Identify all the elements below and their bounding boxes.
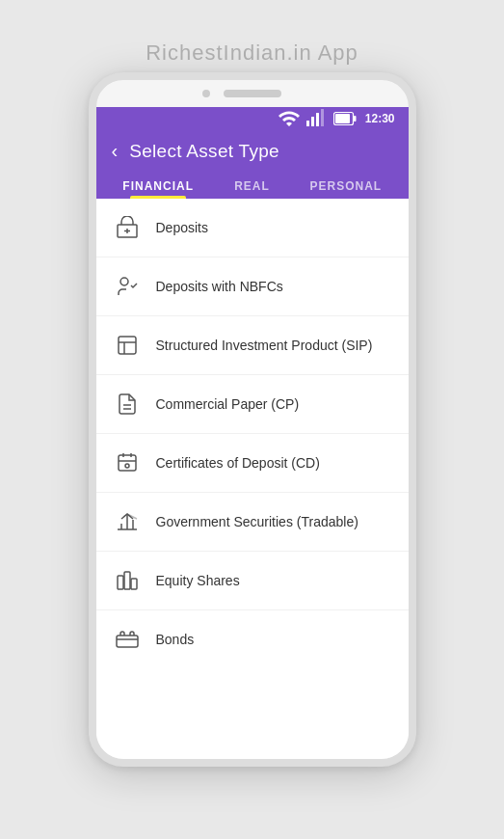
app-header: ‹ Select Asset Type FINANCIAL REAL PERSO… xyxy=(96,130,409,199)
sip-icon xyxy=(114,332,141,359)
list-item[interactable]: Equity Shares xyxy=(96,552,409,610)
signal-icon xyxy=(305,107,329,130)
status-bar: 12:30 xyxy=(96,107,409,130)
svg-rect-25 xyxy=(131,579,137,589)
deposits-icon xyxy=(114,214,141,241)
asset-type-tabs: FINANCIAL REAL PERSONAL xyxy=(112,172,393,199)
header-title-row: ‹ Select Asset Type xyxy=(112,140,393,172)
svg-rect-26 xyxy=(117,636,138,647)
page-title: Select Asset Type xyxy=(129,141,279,162)
tab-real[interactable]: REAL xyxy=(205,172,299,199)
svg-rect-23 xyxy=(118,576,123,589)
item-label-deposits: Deposits xyxy=(156,220,208,235)
tab-financial[interactable]: FINANCIAL xyxy=(112,172,205,199)
wifi-icon xyxy=(278,107,301,130)
list-item[interactable]: Structured Investment Product (SIP) xyxy=(96,316,409,375)
bonds-icon xyxy=(114,626,141,653)
svg-rect-1 xyxy=(311,117,314,126)
equity-icon xyxy=(114,567,141,594)
cp-icon xyxy=(114,391,141,418)
phone-screen: 12:30 ‹ Select Asset Type FINANCIAL REAL… xyxy=(96,107,409,759)
svg-rect-5 xyxy=(354,116,357,122)
item-label-nbfc: Deposits with NBFCs xyxy=(156,279,283,294)
status-time: 12:30 xyxy=(365,112,395,125)
deposits-nbfc-icon xyxy=(114,273,141,300)
svg-rect-3 xyxy=(321,109,324,126)
battery-icon xyxy=(333,107,357,130)
item-label-cp: Commercial Paper (CP) xyxy=(156,396,300,412)
item-label-gov-sec: Government Securities (Tradable) xyxy=(156,514,358,529)
list-item[interactable]: Deposits xyxy=(96,199,409,257)
list-item[interactable]: Deposits with NBFCs xyxy=(96,257,409,316)
svg-rect-0 xyxy=(306,121,309,126)
list-item[interactable]: Bonds xyxy=(96,610,409,668)
phone-frame: 12:30 ‹ Select Asset Type FINANCIAL REAL… xyxy=(89,72,416,767)
list-item[interactable]: Certificates of Deposit (CD) xyxy=(96,434,409,493)
svg-rect-11 xyxy=(119,337,136,354)
svg-point-18 xyxy=(125,464,129,468)
item-label-bonds: Bonds xyxy=(156,632,195,647)
svg-rect-24 xyxy=(124,572,130,589)
asset-list: Deposits Deposits with NBFCs xyxy=(96,199,409,759)
item-label-cd: Certificates of Deposit (CD) xyxy=(156,455,320,471)
svg-rect-2 xyxy=(316,113,319,126)
tab-personal[interactable]: PERSONAL xyxy=(299,172,392,199)
gov-sec-icon xyxy=(114,508,141,535)
list-item[interactable]: Government Securities (Tradable) xyxy=(96,493,409,552)
list-item[interactable]: Commercial Paper (CP) xyxy=(96,375,409,434)
status-icons: 12:30 xyxy=(278,107,395,130)
item-label-sip: Structured Investment Product (SIP) xyxy=(156,338,373,353)
item-label-equity: Equity Shares xyxy=(156,573,240,588)
cd-icon xyxy=(114,449,141,476)
svg-point-10 xyxy=(120,278,128,285)
back-button[interactable]: ‹ xyxy=(112,140,119,162)
svg-rect-6 xyxy=(335,114,350,123)
